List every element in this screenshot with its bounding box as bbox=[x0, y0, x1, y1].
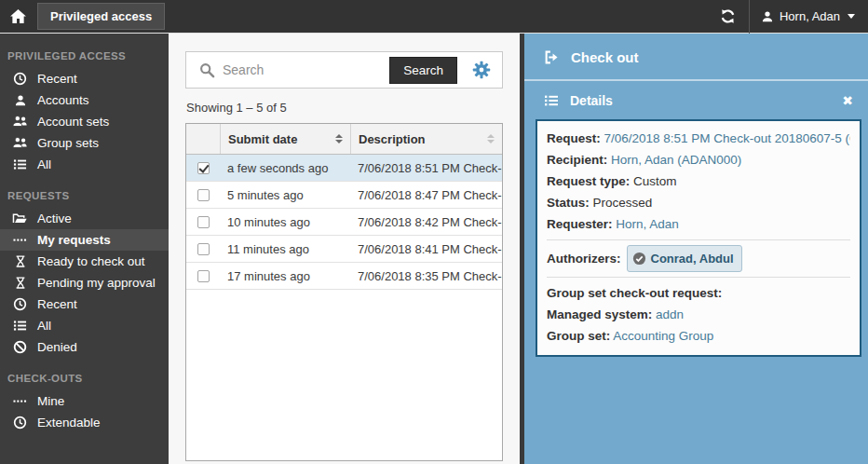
group-set-field: Group set: Accounting Group bbox=[547, 325, 850, 347]
submit-date-cell: 17 minutes ago bbox=[220, 263, 350, 289]
row-checkbox[interactable] bbox=[197, 189, 210, 201]
sidebar-item-recent-requests[interactable]: Recent bbox=[0, 293, 169, 315]
clock-icon bbox=[11, 416, 29, 430]
check-circle-icon bbox=[632, 252, 646, 266]
column-header-submit-date[interactable]: Submit date bbox=[220, 124, 350, 154]
table-row[interactable]: 17 minutes ago 7/06/2018 8:35 PM Check-o… bbox=[186, 263, 502, 290]
clock-icon bbox=[11, 72, 29, 86]
group-set-link[interactable]: Accounting Group bbox=[613, 329, 713, 343]
ellipsis-icon bbox=[11, 394, 29, 408]
request-type-field: Request type: Custom bbox=[547, 171, 850, 192]
user-menu-button[interactable]: Horn, Adan bbox=[750, 0, 868, 34]
sidebar-item-label: Account sets bbox=[37, 115, 109, 129]
sort-icon[interactable] bbox=[487, 134, 495, 143]
sidebar-item-label: Accounts bbox=[37, 93, 89, 107]
row-checkbox[interactable] bbox=[197, 270, 210, 282]
recipient-field: Recipient: Horn, Adan (ADAN000) bbox=[547, 149, 850, 171]
row-checkbox[interactable] bbox=[197, 162, 210, 174]
close-icon[interactable]: ✖ bbox=[838, 93, 857, 108]
sidebar-item-label: Group sets bbox=[37, 136, 99, 150]
description-cell: 7/06/2018 8:42 PM Check-out bbox=[350, 209, 502, 235]
authorizer-badge[interactable]: Conrad, Abdul bbox=[627, 245, 742, 272]
list-icon bbox=[11, 319, 29, 333]
table-row[interactable]: 11 minutes ago 7/06/2018 8:41 PM Check-o… bbox=[186, 236, 502, 263]
row-checkbox[interactable] bbox=[197, 216, 210, 228]
details-title: Details bbox=[570, 93, 613, 108]
gear-icon[interactable] bbox=[472, 61, 491, 79]
divider bbox=[547, 277, 850, 278]
description-cell: 7/06/2018 8:47 PM Check-out bbox=[350, 182, 502, 208]
authorizers-field: Authorizers: Conrad, Abdul bbox=[547, 245, 850, 272]
top-bar: Privileged access Horn, Adan bbox=[0, 0, 868, 34]
sidebar-item-pending-my-approval[interactable]: Pending my approval bbox=[0, 272, 169, 293]
column-header-description[interactable]: Description bbox=[350, 124, 502, 154]
sidebar-item-extendable[interactable]: Extendable bbox=[0, 412, 169, 433]
sidebar: PRIVILEGED ACCESS Recent Accounts Accoun… bbox=[0, 34, 169, 464]
submit-date-cell: 5 minutes ago bbox=[220, 182, 350, 208]
sidebar-section-check-outs: CHECK-OUTS bbox=[0, 373, 169, 384]
user-name: Horn, Adan bbox=[780, 9, 840, 23]
sidebar-section-requests: REQUESTS bbox=[0, 190, 169, 201]
sidebar-item-label: My requests bbox=[37, 233, 111, 247]
sign-out-icon bbox=[544, 49, 560, 65]
sidebar-item-label: All bbox=[37, 319, 51, 333]
detail-panel: Check out Details ✖ Request: 7/06/2018 8… bbox=[524, 34, 868, 464]
refresh-button[interactable] bbox=[707, 0, 749, 34]
submit-date-cell: 10 minutes ago bbox=[220, 209, 350, 235]
search-input[interactable] bbox=[215, 62, 389, 77]
hourglass-icon bbox=[11, 254, 29, 268]
privileged-access-button[interactable]: Privileged access bbox=[37, 3, 165, 30]
group-set-request-label: Group set check-out request: bbox=[547, 282, 850, 304]
description-cell: 7/06/2018 8:35 PM Check-out bbox=[350, 263, 502, 289]
sort-icon[interactable] bbox=[335, 134, 343, 143]
sidebar-item-account-sets[interactable]: Account sets bbox=[0, 111, 169, 132]
sidebar-item-all-access[interactable]: All bbox=[0, 154, 169, 175]
status-field: Status: Processed bbox=[547, 192, 850, 213]
details-card: Request: 7/06/2018 8:51 PM Check-out 201… bbox=[536, 119, 861, 357]
user-icon bbox=[761, 10, 774, 23]
description-cell: 7/06/2018 8:51 PM Check-out bbox=[350, 155, 502, 181]
sidebar-item-accounts[interactable]: Accounts bbox=[0, 89, 169, 111]
check-out-label: Check out bbox=[571, 49, 639, 65]
sidebar-item-all-requests[interactable]: All bbox=[0, 315, 169, 336]
managed-system-field: Managed system: addn bbox=[547, 304, 850, 325]
sidebar-item-label: All bbox=[37, 157, 51, 171]
list-icon bbox=[11, 157, 29, 171]
table-row[interactable]: a few seconds ago 7/06/2018 8:51 PM Chec… bbox=[186, 155, 502, 182]
request-field: Request: 7/06/2018 8:51 PM Check-out 201… bbox=[547, 128, 850, 149]
details-header: Details ✖ bbox=[524, 81, 868, 117]
managed-system-link[interactable]: addn bbox=[656, 307, 684, 321]
users-icon bbox=[11, 136, 29, 150]
refresh-icon bbox=[720, 8, 736, 24]
sidebar-item-mine[interactable]: Mine bbox=[0, 390, 169, 412]
search-bar: Search bbox=[185, 51, 503, 89]
sidebar-item-ready-to-check-out[interactable]: Ready to check out bbox=[0, 251, 169, 272]
row-checkbox[interactable] bbox=[197, 243, 210, 255]
table-row[interactable]: 10 minutes ago 7/06/2018 8:42 PM Check-o… bbox=[186, 209, 502, 236]
sidebar-item-my-requests[interactable]: My requests bbox=[0, 229, 169, 251]
list-icon bbox=[544, 93, 559, 108]
requester-link[interactable]: Horn, Adan bbox=[616, 217, 679, 231]
requests-table: Submit date Description a few seconds ag… bbox=[185, 123, 503, 461]
sidebar-item-label: Mine bbox=[37, 394, 64, 408]
results-count: Showing 1 – 5 of 5 bbox=[186, 101, 503, 115]
sidebar-item-group-sets[interactable]: Group sets bbox=[0, 132, 169, 154]
sidebar-item-label: Extendable bbox=[37, 416, 101, 430]
home-button[interactable] bbox=[0, 0, 35, 34]
sidebar-item-recent[interactable]: Recent bbox=[0, 68, 169, 89]
hourglass-icon bbox=[11, 276, 29, 290]
request-link[interactable]: 7/06/2018 8:51 PM Check-out 20180607-5 (… bbox=[604, 131, 850, 145]
app-window: Privileged access Horn, Adan bbox=[0, 0, 868, 464]
check-out-button[interactable]: Check out bbox=[524, 34, 868, 79]
top-bar-right: Horn, Adan bbox=[707, 0, 868, 34]
sidebar-item-label: Active bbox=[37, 212, 72, 225]
sidebar-item-denied[interactable]: Denied bbox=[0, 336, 169, 358]
search-button[interactable]: Search bbox=[389, 57, 457, 84]
chevron-down-icon bbox=[848, 14, 855, 19]
sidebar-item-active[interactable]: Active bbox=[0, 208, 169, 229]
sidebar-item-label: Denied bbox=[37, 340, 77, 354]
select-all-column bbox=[186, 124, 220, 154]
sidebar-item-label: Recent bbox=[37, 297, 77, 311]
table-row[interactable]: 5 minutes ago 7/06/2018 8:47 PM Check-ou… bbox=[186, 182, 502, 209]
recipient-link[interactable]: Horn, Adan (ADAN000) bbox=[611, 153, 741, 167]
